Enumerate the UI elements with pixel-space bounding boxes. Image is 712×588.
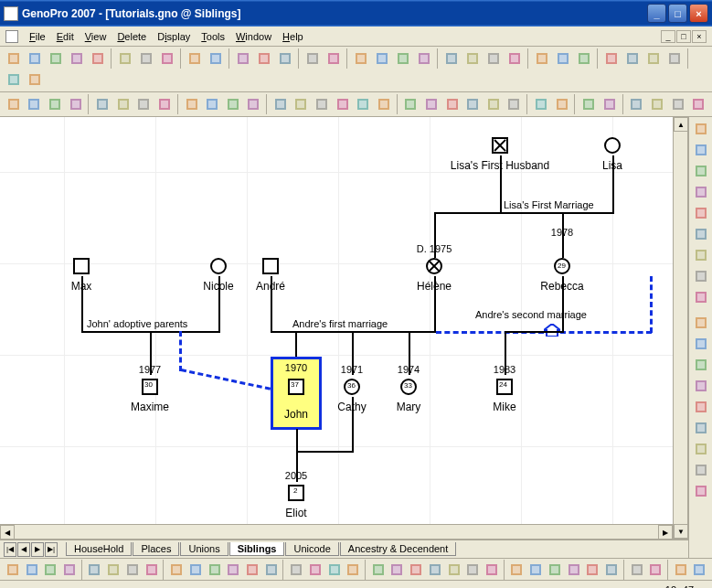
tool-v12[interactable] [691, 355, 711, 375]
tool-sw1[interactable] [627, 94, 647, 114]
tool-b7[interactable] [123, 560, 142, 580]
tab-unions[interactable]: Unions [180, 542, 228, 556]
tab-prev-button[interactable]: ◀ [17, 542, 30, 557]
tool-sw3[interactable] [688, 94, 708, 114]
tool-bolt[interactable] [532, 48, 552, 69]
tool-b16[interactable] [306, 560, 324, 580]
tool-font-a[interactable] [579, 94, 599, 114]
tab-ancestry-decendent[interactable]: Ancestry & Decendent [340, 542, 456, 556]
menu-window[interactable]: Window [230, 29, 277, 44]
person-nicole[interactable] [210, 258, 227, 274]
tool-c2[interactable] [552, 94, 572, 114]
tool-b28[interactable] [546, 560, 564, 580]
tool-v4[interactable] [691, 182, 711, 202]
tool-v14[interactable] [691, 397, 711, 417]
tab-last-button[interactable]: ▶| [45, 542, 58, 557]
close-button[interactable]: × [689, 4, 708, 23]
menu-edit[interactable]: Edit [51, 29, 80, 44]
person-andre[interactable] [262, 258, 279, 274]
tool-b13[interactable] [243, 560, 261, 580]
tool-v2[interactable] [691, 140, 711, 160]
menu-delete[interactable]: Delete [112, 29, 152, 44]
tool-zoom-in[interactable] [202, 94, 222, 114]
tool-redo[interactable] [206, 48, 226, 69]
person-lisa[interactable] [604, 137, 621, 154]
tool-h4[interactable] [505, 48, 525, 69]
tool-v8[interactable] [691, 266, 711, 286]
scroll-right-button[interactable]: ▶ [658, 525, 673, 540]
tab-places[interactable]: Places [133, 542, 179, 556]
tool-v16[interactable] [691, 439, 711, 459]
tool-smiley[interactable] [668, 94, 688, 114]
tool-paste[interactable] [157, 48, 177, 69]
tool-layers[interactable] [275, 48, 295, 69]
tool-font-b[interactable] [600, 94, 620, 114]
tool-v10[interactable] [691, 313, 711, 333]
person-eliot[interactable]: 2 [288, 485, 304, 501]
tool-person-f[interactable] [372, 48, 392, 69]
tool-c1[interactable] [531, 94, 551, 114]
tool-cut[interactable] [115, 48, 135, 69]
horizontal-scrollbar[interactable]: ◀ ▶ [0, 524, 673, 539]
tool-nav1[interactable] [4, 94, 24, 114]
scroll-down-button[interactable]: ▼ [674, 524, 688, 539]
tool-nav2[interactable] [25, 94, 45, 114]
tool-open[interactable] [25, 48, 45, 69]
tool-zoom-all[interactable] [244, 94, 264, 114]
tool-left[interactable] [45, 94, 65, 114]
tool-b12[interactable] [224, 560, 242, 580]
tool-b10[interactable] [186, 560, 205, 580]
tool-tool2[interactable] [574, 48, 594, 69]
tab-next-button[interactable]: ▶ [31, 542, 44, 557]
menu-help[interactable]: Help [277, 29, 309, 44]
mdi-restore-button[interactable]: □ [676, 30, 691, 43]
tool-t11[interactable] [484, 94, 504, 114]
tool-v6[interactable] [691, 224, 711, 244]
tool-t10[interactable] [462, 94, 483, 114]
scroll-left-button[interactable]: ◀ [0, 525, 15, 540]
tool-b23[interactable] [445, 560, 463, 580]
tool-b21[interactable] [407, 560, 425, 580]
tool-t2[interactable] [292, 94, 312, 114]
tool-b15[interactable] [287, 560, 305, 580]
tool-sw2[interactable] [647, 94, 667, 114]
tool-b31[interactable] [602, 560, 621, 580]
tool-b11[interactable] [206, 560, 224, 580]
tab-unicode[interactable]: Unicode [285, 542, 338, 556]
tool-copy[interactable] [136, 48, 156, 69]
tool-help[interactable] [25, 69, 45, 90]
tool-link[interactable] [393, 48, 413, 69]
person-helene[interactable] [426, 258, 442, 274]
tool-b22[interactable] [426, 560, 444, 580]
tool-b29[interactable] [565, 560, 583, 580]
tool-text[interactable] [601, 48, 622, 69]
tool-b3[interactable] [41, 560, 59, 580]
tool-chain[interactable] [414, 48, 434, 69]
tool-right[interactable] [66, 94, 86, 114]
tool-zoom-fit[interactable] [303, 48, 323, 69]
tool-b34[interactable] [672, 560, 690, 580]
tool-t12[interactable] [505, 94, 525, 114]
tool-b26[interactable] [508, 560, 526, 580]
tool-b9[interactable] [167, 560, 186, 580]
tool-b19[interactable] [369, 560, 388, 580]
maximize-button[interactable]: □ [668, 4, 687, 23]
tool-print[interactable] [67, 48, 87, 69]
person-mike[interactable]: 24 [496, 379, 513, 395]
tool-b32[interactable] [628, 560, 646, 580]
mdi-minimize-button[interactable]: _ [661, 30, 675, 43]
tool-b1[interactable] [4, 560, 22, 580]
tool-b6[interactable] [104, 560, 122, 580]
tool-print-preview[interactable] [88, 48, 108, 69]
tool-b17[interactable] [325, 560, 344, 580]
menu-display[interactable]: Display [152, 29, 196, 44]
tool-h2[interactable] [462, 48, 483, 69]
tool-circle[interactable] [664, 48, 685, 69]
tab-household[interactable]: HouseHold [66, 542, 132, 556]
tool-person-m[interactable] [351, 48, 371, 69]
tool-undo[interactable] [185, 48, 205, 69]
tool-h1[interactable] [441, 48, 462, 69]
tool-b4[interactable] [60, 560, 79, 580]
tool-grid3[interactable] [134, 94, 154, 114]
tool-b27[interactable] [526, 560, 545, 580]
